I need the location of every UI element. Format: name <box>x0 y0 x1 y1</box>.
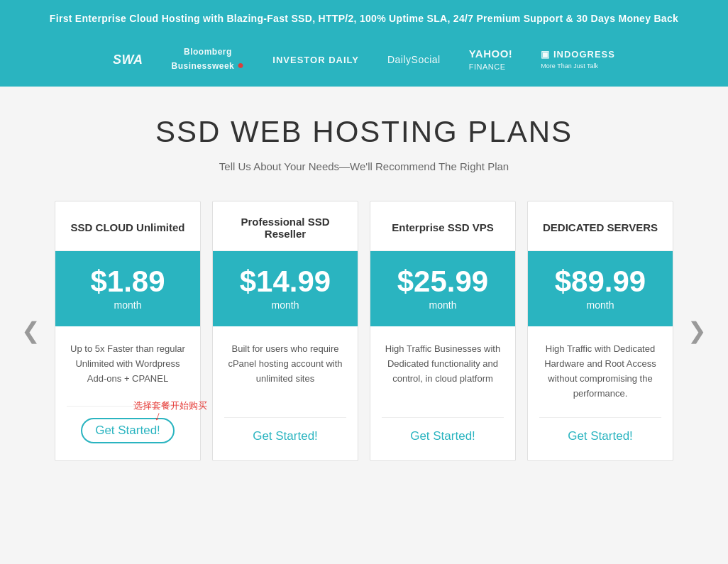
press-logo-swa: SWA <box>113 52 143 67</box>
plan-price-box-0: $1.89 month <box>55 251 200 326</box>
plan-period-3: month <box>539 299 661 311</box>
plan-cta-area-1: Get Started! <box>213 418 358 460</box>
plan-cta-area-0: 选择套餐开始购买 ↓ Get Started! <box>55 407 200 460</box>
plan-name-2: Enterprise SSD VPS <box>370 201 515 251</box>
press-logo-bloomberg: BloombergBusinessweek ● <box>172 47 245 72</box>
plan-price-0: $1.89 <box>67 267 189 297</box>
plan-name-3: DEDICATED SERVERS <box>528 201 673 251</box>
plans-wrapper: ❮ SSD CLOUD Unlimited $1.89 month Up to … <box>14 201 714 460</box>
plan-period-0: month <box>67 299 189 311</box>
prev-arrow[interactable]: ❮ <box>14 310 48 351</box>
plan-price-2: $25.99 <box>382 267 504 297</box>
plan-price-box-3: $89.99 month <box>528 251 673 326</box>
annotation-text: 选择套餐开始购买 <box>133 399 207 412</box>
plan-cta-area-3: Get Started! <box>528 418 673 460</box>
get-started-button-0[interactable]: Get Started! <box>81 418 175 443</box>
plan-period-2: month <box>382 299 504 311</box>
plan-cta-area-2: Get Started! <box>370 418 515 460</box>
page-title: SSD WEB HOSTING PLANS <box>14 115 714 149</box>
plan-card-2: Enterprise SSD VPS $25.99 month High Tra… <box>370 201 516 460</box>
plan-description-2: High Traffic Businesses with Dedicated f… <box>370 326 515 416</box>
press-bar: SWA BloombergBusinessweek ● INVESTOR DAI… <box>0 37 728 87</box>
plan-price-1: $14.99 <box>224 267 346 297</box>
main-content: SSD WEB HOSTING PLANS Tell Us About Your… <box>0 87 728 503</box>
plan-price-box-1: $14.99 month <box>213 251 358 326</box>
get-started-button-2[interactable]: Get Started! <box>410 429 475 443</box>
banner-text: First Enterprise Cloud Hosting with Blaz… <box>50 13 678 24</box>
plan-name-1: Professional SSD Reseller <box>213 201 358 251</box>
press-logo-dailysocial: DailySocial <box>387 54 441 65</box>
plan-price-3: $89.99 <box>539 267 661 297</box>
press-logo-investor: INVESTOR DAILY <box>272 55 359 65</box>
plan-card-1: Professional SSD Reseller $14.99 month B… <box>212 201 358 460</box>
plan-description-3: High Traffic with Dedicated Hardware and… <box>528 326 673 416</box>
plan-period-1: month <box>224 299 346 311</box>
plan-description-0: Up to 5x Faster than regular Unlimited w… <box>55 326 200 405</box>
press-logo-yahoo: YAHOO!FINANCE <box>469 48 513 72</box>
press-logo-indogress: ▣ INDOGRESSMore Than Just Talk <box>541 49 615 70</box>
plan-name-0: SSD CLOUD Unlimited <box>55 201 200 251</box>
plan-card-3: DEDICATED SERVERS $89.99 month High Traf… <box>527 201 673 460</box>
plan-card-0: SSD CLOUD Unlimited $1.89 month Up to 5x… <box>55 201 201 460</box>
plan-description-1: Built for users who require cPanel hosti… <box>213 326 358 416</box>
get-started-button-3[interactable]: Get Started! <box>568 429 633 443</box>
next-arrow[interactable]: ❯ <box>680 310 714 351</box>
get-started-button-1[interactable]: Get Started! <box>253 429 318 443</box>
page-subtitle: Tell Us About Your Needs—We'll Recommend… <box>14 160 714 172</box>
top-banner: First Enterprise Cloud Hosting with Blaz… <box>0 0 728 37</box>
plans-grid: SSD CLOUD Unlimited $1.89 month Up to 5x… <box>55 201 673 460</box>
plan-price-box-2: $25.99 month <box>370 251 515 326</box>
